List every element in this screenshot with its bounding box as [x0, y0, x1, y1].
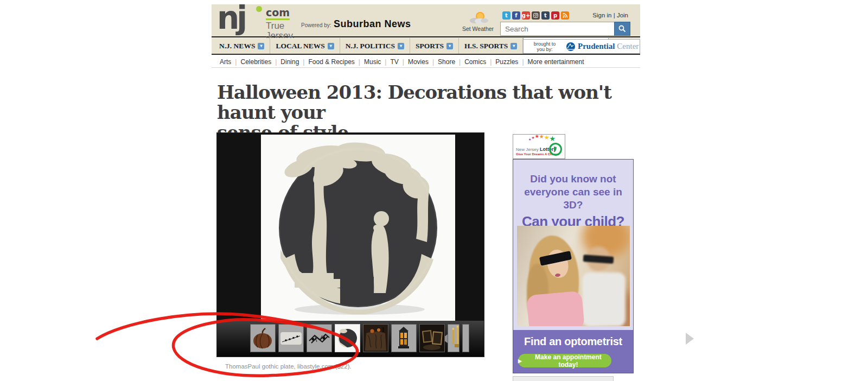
rss-icon[interactable] — [561, 11, 569, 20]
boy-shirt — [582, 272, 626, 326]
nav-sports[interactable]: SPORTS▾ — [410, 38, 459, 54]
nj-com-logo[interactable]: nj — [217, 2, 298, 37]
chevron-down-icon[interactable]: ▾ — [328, 43, 334, 49]
nav-nj-news[interactable]: N.J. NEWS▾ — [212, 38, 270, 54]
candle-thumb-art — [463, 325, 469, 352]
ad-headline-line1: Did you know not — [513, 173, 633, 186]
main-nav: N.J. NEWS▾ LOCAL NEWS▾ N.J. POLITICS▾ SP… — [212, 38, 640, 55]
next-ad-slot-edge — [513, 376, 614, 381]
prudential-rock-icon — [566, 42, 576, 52]
set-weather-label: Set Weather — [461, 26, 495, 32]
subnav-music[interactable]: Music — [364, 58, 390, 66]
twitter-icon[interactable]: t — [502, 11, 510, 20]
subnav-puzzles[interactable]: Puzzles — [495, 58, 527, 66]
ad-photo-kids-3d-glasses — [517, 226, 630, 326]
pumpkin-thumb-art — [251, 325, 275, 352]
nav-nj-politics[interactable]: N.J. POLITICS▾ — [340, 38, 410, 54]
site-header: nj com True Jersey. Powered by: Suburban… — [212, 4, 640, 37]
table-thumb-art — [363, 325, 388, 352]
ad-cta-heading: Find an optometrist — [513, 335, 633, 348]
gallery-thumbnails — [250, 324, 469, 352]
search-icon — [618, 25, 626, 33]
nj-logo-mark: nj — [217, 2, 298, 34]
rss-glyph — [563, 13, 567, 18]
thumbnail-taper-candle[interactable] — [462, 324, 469, 352]
powered-by-name: Suburban News — [334, 18, 411, 29]
photo-gallery — [216, 132, 484, 357]
entertainment-subnav: Arts Celebrities Dining Food & Recipes M… — [212, 56, 640, 68]
sponsor-label-2: you by: — [537, 47, 552, 52]
play-arrow-icon: ▶ — [518, 358, 522, 364]
powered-by-label: Powered by: — [301, 22, 331, 28]
search-button[interactable] — [614, 22, 630, 36]
nav-hs-sports[interactable]: H.S. SPORTS▾ — [459, 38, 523, 54]
gallery-caption: ThomasPaul gothic plate, libastyle.com (… — [225, 363, 352, 370]
thumbnail-gold-candelabra[interactable] — [448, 324, 459, 352]
subnav-movies[interactable]: Movies — [408, 58, 438, 66]
3d-vision-ad[interactable]: Did you know not everyone can see in 3D?… — [513, 159, 634, 373]
pillow-thumb-art — [279, 325, 303, 352]
gallery-main-image[interactable] — [261, 135, 455, 321]
thumbnail-draped-table[interactable] — [363, 324, 388, 352]
chevron-down-icon[interactable]: ▾ — [258, 43, 264, 49]
lottery-name-light: New Jersey — [516, 147, 540, 152]
lottery-stars-icon: ★★★★★★ — [528, 136, 556, 142]
subnav-food-recipes[interactable]: Food & Recipes — [308, 58, 364, 66]
gallery-next-arrow[interactable] — [686, 333, 694, 345]
join-link[interactable]: Join — [617, 12, 628, 18]
pinterest-icon[interactable]: p — [551, 11, 559, 20]
powered-by: Powered by: Suburban News — [301, 18, 411, 30]
frames-thumb-art — [420, 325, 444, 352]
instagram-icon[interactable] — [532, 11, 540, 20]
make-appointment-label: Make an appointment today! — [525, 353, 611, 369]
set-weather[interactable]: Set Weather — [461, 11, 495, 32]
auth-separator: | — [614, 12, 615, 18]
thumbnail-gothic-plate[interactable] — [335, 324, 360, 352]
page: nj com True Jersey. Powered by: Suburban… — [0, 0, 868, 381]
prudential-center-logo[interactable]: Prudential Center — [566, 42, 639, 52]
make-appointment-button[interactable]: ▶ Make an appointment today! — [518, 354, 611, 367]
thumbnail-picture-frames[interactable] — [419, 324, 445, 352]
sponsor-brand-bold: Prudential — [578, 42, 615, 51]
subnav-arts[interactable]: Arts — [220, 58, 240, 66]
subnav-more-entertainment[interactable]: More entertainment — [528, 58, 584, 66]
auth-links: Sign in | Join — [592, 12, 628, 18]
nj-lottery-ad[interactable]: ★★★★★★ New Jersey Lottery Give Your Drea… — [513, 134, 565, 159]
chevron-down-icon[interactable]: ▾ — [398, 43, 404, 49]
gothic-plate-image — [261, 135, 455, 321]
thumbnail-candle-lantern[interactable] — [391, 324, 417, 352]
thumbnail-bronze-pumpkin[interactable] — [250, 324, 276, 352]
ad-cta-band: Find an optometrist ▶ Make an appointmen… — [513, 330, 633, 373]
subnav-tv[interactable]: TV — [390, 58, 407, 66]
social-icons: t f g+ t p — [502, 11, 569, 20]
sign-in-link[interactable]: Sign in — [592, 12, 611, 18]
sponsor-brand-light: Center — [617, 42, 639, 51]
nav-local-news[interactable]: LOCAL NEWS▾ — [270, 38, 340, 54]
subnav-comics[interactable]: Comics — [464, 58, 495, 66]
girl-shirt — [526, 291, 585, 326]
tumblr-icon[interactable]: t — [541, 11, 550, 20]
lantern-thumb-art — [392, 325, 416, 352]
subnav-dining[interactable]: Dining — [280, 58, 308, 66]
sun-cloud-icon — [467, 11, 489, 25]
candelabra-thumb-art — [448, 325, 459, 352]
spider-web-thumb-art — [307, 325, 331, 352]
subnav-celebrities[interactable]: Celebrities — [240, 58, 280, 66]
google-plus-icon[interactable]: g+ — [522, 11, 530, 20]
chevron-down-icon[interactable]: ▾ — [510, 43, 517, 49]
subnav-shore[interactable]: Shore — [438, 58, 464, 66]
facebook-icon[interactable]: f — [512, 11, 520, 20]
search-input[interactable] — [500, 22, 614, 36]
chevron-down-icon[interactable]: ▾ — [446, 43, 453, 49]
thumbnail-crow-branch-pillow[interactable] — [278, 324, 304, 352]
camera-glyph — [533, 13, 538, 18]
sponsor-label-1: brought to — [534, 41, 556, 47]
search-bar — [500, 22, 630, 36]
sponsor-banner[interactable]: brought to you by: Prudential Center — [523, 39, 640, 54]
ad-headline-line2: everyone can see in 3D? — [513, 186, 633, 212]
lottery-recycle-icon — [548, 142, 563, 156]
thumbnail-spider-web-garland[interactable] — [307, 324, 332, 352]
plate-thumb-art — [335, 325, 360, 352]
